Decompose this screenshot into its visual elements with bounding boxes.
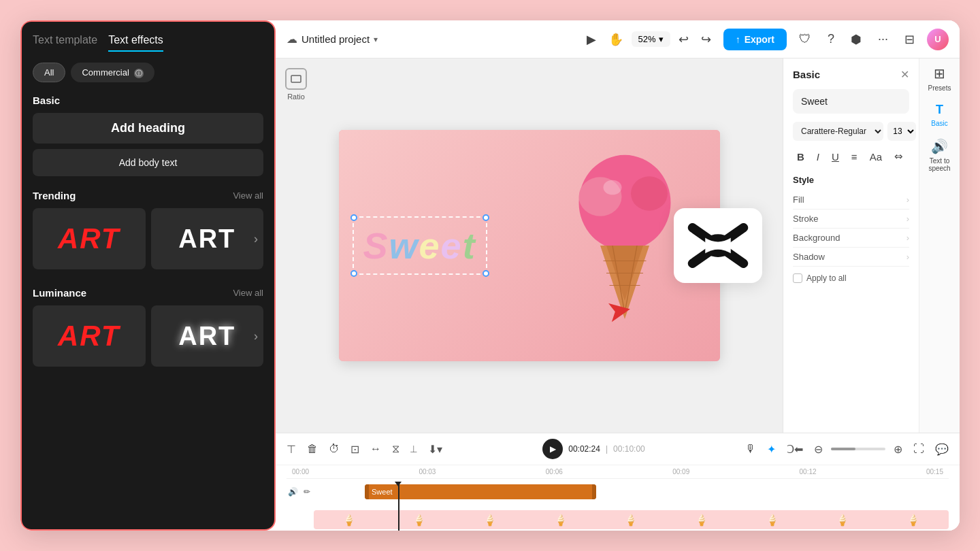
thumb-3: 🍦 bbox=[483, 514, 497, 527]
export-button[interactable]: ↑ Export bbox=[723, 29, 787, 50]
font-size-select[interactable]: 13 bbox=[887, 122, 916, 141]
apply-all-checkbox[interactable] bbox=[793, 273, 802, 283]
mirror-button[interactable]: ↔ bbox=[368, 440, 384, 458]
zoom-chevron-icon: ▾ bbox=[659, 34, 664, 44]
split-button[interactable]: ⊤ bbox=[284, 440, 299, 458]
zoom-out-timeline[interactable]: ⊖ bbox=[811, 440, 826, 458]
redo-button[interactable]: ↪ bbox=[697, 28, 715, 51]
shield-icon[interactable]: 🛡 bbox=[795, 28, 815, 50]
crop-button[interactable]: ⊡ bbox=[348, 440, 362, 458]
layout-icon[interactable]: ⊟ bbox=[900, 28, 919, 51]
text-selection-box[interactable]: Sweet bbox=[353, 216, 487, 275]
more-options-button[interactable]: ··· bbox=[874, 28, 892, 50]
export2-button[interactable]: ⬇▾ bbox=[425, 440, 445, 458]
volume-button[interactable]: 🔊 bbox=[287, 486, 299, 498]
filter-all-button[interactable]: All bbox=[33, 63, 65, 82]
svg-rect-0 bbox=[291, 76, 301, 82]
presets-sidebar: ⊞ Presets T Basic 🔊 Text to speech bbox=[919, 59, 960, 433]
subtitle-button[interactable]: 💬 bbox=[932, 440, 951, 458]
canvas-text: Sweet bbox=[363, 224, 476, 267]
clip-handle-right[interactable] bbox=[592, 484, 596, 499]
bold-button[interactable]: B bbox=[793, 148, 808, 165]
freeze-button[interactable]: ⏱ bbox=[326, 440, 342, 458]
presets-icon: ⊞ bbox=[934, 65, 945, 82]
lum-art-label-1: ART bbox=[58, 320, 120, 352]
share-icon[interactable]: ⬢ bbox=[847, 28, 866, 51]
align-button[interactable]: ≡ bbox=[847, 148, 862, 165]
media-clip[interactable]: 🍦 🍦 🍦 🍦 🍦 🍦 🍦 🍦 🍦 bbox=[314, 510, 949, 529]
timeline-zoom-slider[interactable] bbox=[831, 448, 885, 450]
tts-item[interactable]: 🔊 Text to speech bbox=[919, 138, 960, 172]
background-item[interactable]: Background › bbox=[793, 229, 909, 248]
filter-commercial-button[interactable]: Commercial ⓘ bbox=[71, 63, 154, 82]
caption-button[interactable]: Ↄ⬅ bbox=[784, 440, 806, 458]
canvas-area: Ratio bbox=[276, 59, 960, 433]
filter2-button[interactable]: ⧖ bbox=[389, 440, 402, 458]
undo-button[interactable]: ↩ bbox=[674, 28, 693, 51]
chevron-right-shadow: › bbox=[906, 252, 909, 262]
add-heading-button[interactable]: Add heading bbox=[33, 113, 263, 144]
text-content-input[interactable] bbox=[793, 89, 909, 114]
luminance-art-card-1[interactable]: ART bbox=[33, 305, 146, 367]
font-row: Carattere-Regular 13 bbox=[793, 122, 909, 141]
props-header: Basic ✕ bbox=[793, 68, 909, 81]
play-button[interactable]: ▶ bbox=[542, 439, 563, 459]
project-info: ☁ Untitled project ▾ bbox=[287, 33, 378, 46]
chevron-right-icon: › bbox=[254, 232, 258, 246]
ratio-label: Ratio bbox=[287, 93, 305, 101]
luminance-view-all[interactable]: View all bbox=[233, 288, 263, 298]
hand-tool-button[interactable]: ✋ bbox=[604, 28, 627, 51]
timeline-ruler: 00:00 00:03 00:06 00:09 00:12 00:15 bbox=[287, 465, 949, 479]
zoom-in-timeline[interactable]: ⊕ bbox=[891, 440, 905, 458]
luminance-grid: ART ART › bbox=[33, 305, 263, 367]
case-button[interactable]: Aa bbox=[866, 148, 886, 165]
project-chevron-icon[interactable]: ▾ bbox=[374, 35, 378, 44]
trending-art-card-2[interactable]: ART › bbox=[151, 208, 264, 269]
thumb-8: 🍦 bbox=[836, 514, 849, 527]
trending-view-all[interactable]: View all bbox=[233, 190, 263, 201]
tab-text-template[interactable]: Text template bbox=[33, 34, 97, 52]
ruler-mark-5: 00:15 bbox=[926, 468, 943, 475]
shadow-item[interactable]: Shadow › bbox=[793, 248, 909, 267]
delete-button[interactable]: 🗑 bbox=[304, 440, 321, 458]
edit-button[interactable]: ✏ bbox=[302, 486, 312, 498]
add-body-button[interactable]: Add body text bbox=[33, 149, 263, 176]
ratio-button[interactable]: Ratio bbox=[285, 68, 307, 101]
cursor-tool-button[interactable]: ▶ bbox=[583, 28, 600, 51]
tab-text-effects[interactable]: Text effects bbox=[108, 34, 163, 52]
avatar[interactable]: U bbox=[927, 29, 949, 50]
font-family-select[interactable]: Carattere-Regular bbox=[793, 122, 883, 141]
luminance-title: Luminance bbox=[33, 287, 86, 299]
close-props-button[interactable]: ✕ bbox=[900, 68, 909, 81]
total-time: 00:10:00 bbox=[613, 444, 645, 454]
ruler-mark-3: 00:09 bbox=[672, 468, 689, 475]
apply-all-label: Apply to all bbox=[806, 273, 847, 283]
ruler-mark-1: 00:03 bbox=[419, 468, 436, 475]
basic-item[interactable]: T Basic bbox=[931, 103, 947, 127]
canvas[interactable]: Sweet ➤ bbox=[339, 130, 720, 361]
split2-button[interactable]: ⟂ bbox=[408, 440, 420, 458]
luminance-art-card-2[interactable]: ART › bbox=[151, 305, 264, 367]
stroke-item[interactable]: Stroke › bbox=[793, 210, 909, 229]
timeline-area: ⊤ 🗑 ⏱ ⊡ ↔ ⧖ ⟂ ⬇▾ ▶ 00:02:24 | 00:10:00 🎙… bbox=[276, 433, 960, 531]
chevron-right-fill: › bbox=[906, 195, 909, 205]
trending-art-card-1[interactable]: ART bbox=[33, 208, 146, 269]
ai-button[interactable]: ✦ bbox=[764, 440, 779, 458]
top-bar: ☁ Untitled project ▾ ▶ ✋ 52% ▾ ↩ ↪ ↑ Exp… bbox=[276, 20, 960, 59]
text-clip[interactable]: Sweet bbox=[365, 484, 596, 499]
mic-button[interactable]: 🎙 bbox=[742, 440, 759, 458]
trending-grid: ART ART › bbox=[33, 208, 263, 269]
fill-item[interactable]: Fill › bbox=[793, 190, 909, 210]
chevron-right-stroke: › bbox=[906, 214, 909, 224]
clip-handle-left[interactable] bbox=[365, 484, 369, 499]
help-icon[interactable]: ? bbox=[823, 28, 838, 50]
time-separator: | bbox=[606, 444, 608, 454]
italic-button[interactable]: I bbox=[813, 148, 823, 165]
zoom-control[interactable]: 52% ▾ bbox=[632, 31, 670, 47]
art-label-2: ART bbox=[178, 224, 235, 254]
properties-panel: Basic ✕ Carattere-Regular 13 B I U ≡ bbox=[783, 59, 919, 433]
presets-item[interactable]: ⊞ Presets bbox=[928, 65, 951, 92]
fullscreen-button[interactable]: ⛶ bbox=[911, 440, 927, 458]
underline-button[interactable]: U bbox=[828, 148, 843, 165]
spacing-button[interactable]: ⇔ bbox=[890, 148, 907, 165]
